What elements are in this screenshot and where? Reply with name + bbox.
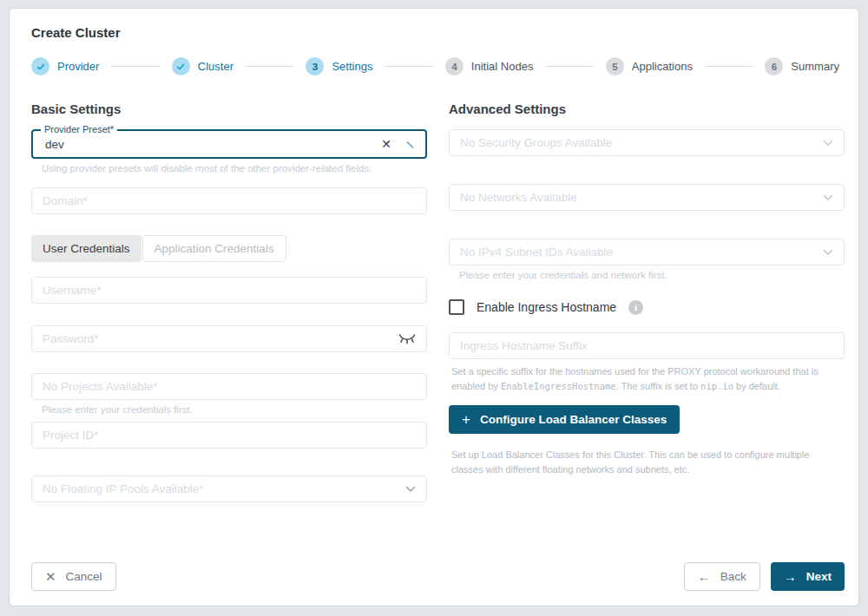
- basic-settings-section: Basic Settings Provider Preset* ✕ Using …: [31, 102, 427, 502]
- load-balancer-helper: Set up Load Balancer Classes for this Cl…: [451, 448, 842, 476]
- networks-placeholder: No Networks Available: [460, 191, 823, 204]
- info-icon[interactable]: i: [628, 300, 643, 315]
- ipv4-subnet-placeholder: No IPv4 Subnet IDs Available: [460, 246, 823, 259]
- step-connector: [246, 66, 293, 67]
- provider-preset-input[interactable]: [43, 137, 381, 152]
- step-settings[interactable]: 3 Settings: [306, 57, 372, 75]
- step-number-circle: 4: [445, 57, 464, 75]
- ipv4-subnet-helper: Please enter your credentials and networ…: [459, 270, 845, 280]
- project-id-input: [43, 429, 416, 442]
- floating-ip-pools-select: No Floating IP Pools Available*: [31, 475, 427, 502]
- enable-ingress-hostname-checkbox[interactable]: [449, 299, 464, 315]
- cancel-label: Cancel: [66, 570, 102, 583]
- step-done-circle: [31, 57, 49, 75]
- close-icon: ✕: [45, 570, 56, 583]
- floating-ip-pools-placeholder: No Floating IP Pools Available*: [43, 482, 405, 495]
- password-input: [43, 332, 398, 345]
- back-button[interactable]: ← Back: [684, 562, 760, 591]
- step-connector: [385, 66, 432, 67]
- code-nip-io: nip.io: [700, 381, 733, 391]
- projects-helper: Please enter your credentials first.: [42, 404, 427, 415]
- tab-user-credentials[interactable]: User Credentials: [31, 235, 141, 262]
- step-number-circle: 5: [606, 57, 624, 75]
- step-applications[interactable]: 5 Applications: [606, 57, 693, 75]
- step-label: Initial Nodes: [471, 60, 534, 73]
- check-icon: [36, 62, 46, 72]
- arrow-left-icon: ←: [698, 570, 711, 583]
- provider-preset-label: Provider Preset*: [41, 124, 117, 134]
- create-cluster-dialog: Create Cluster Provider Cluster 3 Settin…: [9, 8, 859, 606]
- cancel-button[interactable]: ✕ Cancel: [31, 562, 116, 591]
- step-done-circle: [172, 57, 190, 75]
- dropdown-caret-icon[interactable]: [405, 140, 415, 149]
- step-label: Settings: [332, 60, 372, 73]
- credentials-tabs: User Credentials Application Credentials: [31, 235, 427, 262]
- security-groups-placeholder: No Security Groups Available: [460, 136, 823, 149]
- step-label: Summary: [791, 60, 839, 73]
- chevron-down-icon: [823, 249, 833, 256]
- chevron-down-icon: [823, 194, 833, 201]
- next-button[interactable]: → Next: [771, 562, 845, 591]
- advanced-settings-heading: Advanced Settings: [449, 102, 845, 116]
- domain-input: [43, 194, 416, 207]
- chevron-down-icon: [823, 140, 833, 147]
- project-id-field: [31, 422, 427, 449]
- chevron-down-icon: [405, 486, 416, 493]
- ipv4-subnet-select: No IPv4 Subnet IDs Available: [449, 239, 845, 265]
- ingress-hostname-suffix-input: [460, 339, 833, 352]
- step-cluster[interactable]: Cluster: [172, 57, 233, 75]
- provider-preset-field[interactable]: Provider Preset* ✕: [31, 129, 427, 159]
- check-icon: [175, 62, 186, 72]
- page-title: Create Cluster: [31, 25, 845, 40]
- projects-field: [31, 373, 427, 400]
- provider-preset-helper: Using provider presets will disable most…: [42, 163, 427, 174]
- step-label: Applications: [632, 60, 693, 73]
- enable-ingress-hostname-row: Enable Ingress Hostname i: [449, 299, 845, 315]
- advanced-settings-section: Advanced Settings No Security Groups Ava…: [449, 102, 845, 476]
- back-label: Back: [720, 570, 746, 583]
- visibility-off-icon[interactable]: [398, 333, 416, 344]
- plus-icon: +: [462, 412, 470, 427]
- password-field: [31, 325, 427, 352]
- ingress-hostname-suffix-helper: Set a specific suffix for the hostnames …: [451, 364, 845, 393]
- step-connector: [545, 66, 593, 67]
- configure-load-balancer-classes-button[interactable]: + Configure Load Balancer Classes: [449, 405, 680, 434]
- ingress-hostname-suffix-field: [449, 332, 845, 359]
- step-initial-nodes[interactable]: 4 Initial Nodes: [445, 57, 534, 75]
- step-connector: [705, 66, 753, 67]
- next-label: Next: [806, 570, 832, 583]
- step-number-circle: 6: [765, 57, 783, 75]
- tab-application-credentials[interactable]: Application Credentials: [142, 235, 286, 262]
- username-input: [43, 284, 416, 297]
- wizard-footer: ✕ Cancel ← Back → Next: [23, 562, 845, 592]
- code-enable-ingress-hostname: EnableIngressHostname: [501, 381, 616, 391]
- step-provider[interactable]: Provider: [31, 57, 99, 75]
- wizard-stepper: Provider Cluster 3 Settings 4 Initial No…: [31, 57, 839, 75]
- step-label: Cluster: [198, 60, 233, 73]
- step-label: Provider: [57, 60, 99, 73]
- projects-input: [43, 380, 416, 393]
- enable-ingress-hostname-label: Enable Ingress Hostname: [477, 300, 616, 314]
- step-number-circle: 3: [306, 57, 324, 75]
- basic-settings-heading: Basic Settings: [31, 102, 427, 116]
- step-connector: [111, 66, 159, 67]
- configure-lb-label: Configure Load Balancer Classes: [480, 413, 667, 426]
- networks-select: No Networks Available: [449, 184, 845, 211]
- step-summary[interactable]: 6 Summary: [765, 57, 839, 75]
- clear-icon[interactable]: ✕: [381, 138, 391, 150]
- arrow-right-icon: →: [784, 570, 797, 583]
- security-groups-select: No Security Groups Available: [449, 129, 845, 156]
- domain-field: [31, 187, 427, 214]
- username-field: [31, 277, 427, 304]
